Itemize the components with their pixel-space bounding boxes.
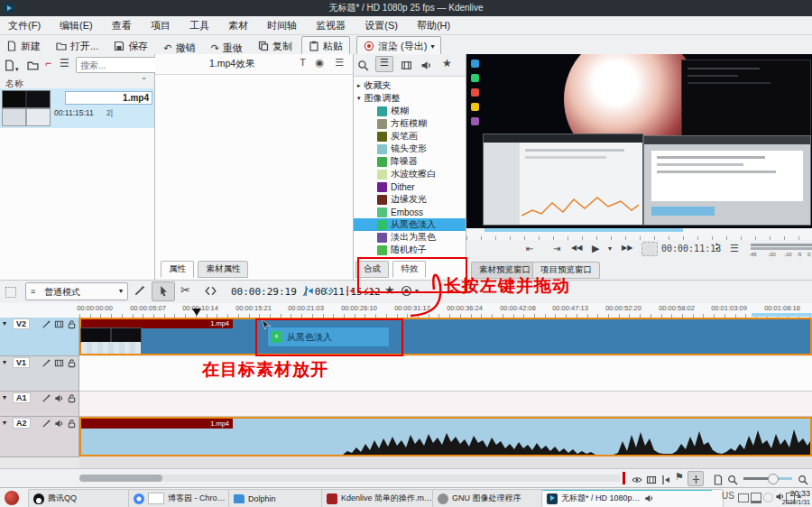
stack-menu-icon[interactable]: ☰ bbox=[335, 57, 344, 69]
menu-timeline[interactable]: 时间轴 bbox=[259, 16, 305, 35]
hide-track-icon[interactable] bbox=[54, 358, 64, 370]
menu-help[interactable]: 帮助(H) bbox=[409, 16, 458, 35]
timeline-hscrollbar[interactable] bbox=[79, 475, 621, 482]
play-icon[interactable]: ▶ bbox=[592, 243, 599, 254]
paste-button[interactable]: 粘贴 bbox=[301, 36, 350, 56]
clip-name-field[interactable]: 1.mp4 bbox=[65, 91, 152, 105]
lock-track-icon[interactable] bbox=[67, 393, 77, 405]
rewind-icon[interactable]: ◀◀ bbox=[571, 244, 582, 252]
audio-effects-icon[interactable] bbox=[420, 59, 432, 75]
lock-track-icon[interactable] bbox=[67, 419, 77, 430]
collapse-track-icon[interactable]: ▾ bbox=[3, 393, 6, 401]
menu-view[interactable]: 查看 bbox=[104, 16, 140, 35]
bin-column-header[interactable]: 名称 ⌃ bbox=[0, 76, 154, 89]
monitor-zone-bar[interactable] bbox=[484, 228, 683, 232]
effect-item[interactable]: Emboss bbox=[354, 206, 466, 218]
zone-mode-button[interactable] bbox=[641, 242, 658, 256]
render-button[interactable]: 渲染 (导出)▾ bbox=[356, 36, 441, 56]
effect-item-selected[interactable]: 从黑色淡入 bbox=[354, 218, 466, 231]
menu-monitor[interactable]: 监视器 bbox=[308, 16, 354, 35]
insert-zone-icon[interactable] bbox=[303, 285, 315, 299]
effect-item[interactable]: 随机粒子 bbox=[354, 244, 466, 256]
track-header-v1[interactable]: ▾ V1 bbox=[0, 356, 79, 392]
forward-icon[interactable]: ▶▶ bbox=[622, 244, 632, 252]
lock-track-icon[interactable] bbox=[67, 358, 77, 370]
razor-tool-icon[interactable]: ✂ bbox=[180, 283, 190, 297]
timeline-expand-icon[interactable] bbox=[5, 287, 16, 298]
tray-display-icon[interactable] bbox=[751, 493, 761, 503]
effect-item[interactable]: Dither bbox=[354, 180, 466, 193]
search-icon[interactable] bbox=[357, 59, 369, 75]
bin-clip-item[interactable]: 1.mp4 00:11:15:11 2| bbox=[0, 88, 154, 128]
effect-item[interactable]: 水波纹擦白 bbox=[354, 168, 466, 180]
timecode-spinner[interactable]: ▴▾ bbox=[715, 241, 718, 252]
open-button[interactable]: 打开... bbox=[50, 37, 105, 55]
mute-track-icon[interactable] bbox=[54, 419, 64, 430]
track-name[interactable]: V2 bbox=[13, 318, 30, 329]
taskbar-item-dolphin[interactable]: Dolphin bbox=[228, 489, 329, 507]
new-button[interactable]: 新建 bbox=[0, 37, 47, 55]
audio-clip-a2[interactable]: 1.mp4 bbox=[79, 417, 812, 456]
timeline-zone-bar[interactable] bbox=[752, 313, 812, 317]
track-effects-icon[interactable] bbox=[42, 393, 51, 405]
timeline-ruler[interactable]: 00:00:00:00 00:00:05:07 00:00:10:14 00:0… bbox=[0, 303, 812, 318]
goto-start-icon[interactable]: ⇤ bbox=[526, 244, 533, 254]
save-button[interactable]: 保存 bbox=[107, 37, 154, 55]
bin-menu-icon[interactable]: ☰ bbox=[60, 57, 69, 69]
video-effects-icon[interactable] bbox=[401, 59, 412, 75]
effect-item[interactable]: 边缘发光 bbox=[354, 193, 466, 206]
playhead-icon[interactable] bbox=[192, 309, 201, 316]
goto-end-icon[interactable]: ⇥ bbox=[553, 244, 560, 254]
tray-tablet-icon[interactable] bbox=[738, 493, 749, 502]
effects-category-favorites[interactable]: ▸ 收藏夹 bbox=[354, 79, 466, 92]
edit-mode-dropdown[interactable]: ≡ 普通模式 ▾ bbox=[25, 282, 128, 300]
track-header-a2[interactable]: ▾ A2 bbox=[0, 417, 79, 457]
menu-file[interactable]: 文件(F) bbox=[0, 16, 49, 35]
delete-marker-icon[interactable] bbox=[345, 285, 356, 299]
mute-track-icon[interactable] bbox=[54, 393, 64, 405]
lock-track-icon[interactable] bbox=[67, 319, 77, 331]
effect-item[interactable]: 方框模糊 bbox=[354, 117, 466, 130]
track-name[interactable]: A2 bbox=[13, 418, 31, 429]
collapse-track-icon[interactable]: ▾ bbox=[3, 319, 6, 327]
menu-settings[interactable]: 设置(S) bbox=[356, 16, 406, 35]
play-options-chevron-icon[interactable]: ▾ bbox=[608, 244, 612, 253]
track-lane-a1[interactable] bbox=[79, 392, 812, 417]
tab-properties[interactable]: 属性 bbox=[161, 261, 194, 278]
track-effects-icon[interactable] bbox=[42, 319, 51, 331]
hide-track-icon[interactable] bbox=[54, 319, 64, 331]
track-name[interactable]: A1 bbox=[13, 392, 31, 403]
monitor-timecode[interactable]: 00:00:11:13 bbox=[661, 244, 721, 254]
keyboard-layout-indicator[interactable]: US bbox=[722, 491, 734, 501]
taskbar-item-kdenlive-active[interactable]: 无标题* / HD 1080p… bbox=[541, 489, 724, 507]
taskbar-item-kdenlive-doc[interactable]: Kdenlive 简单的操作.md… bbox=[321, 489, 440, 507]
menu-project[interactable]: 项目 bbox=[143, 16, 179, 35]
show-markers-icon[interactable]: ⚑ bbox=[675, 471, 684, 483]
track-effects-icon[interactable] bbox=[42, 419, 51, 430]
clock[interactable]: 20:33 2020/1/31 bbox=[782, 490, 810, 506]
monitor-ruler[interactable] bbox=[466, 228, 812, 241]
zoom-slider-handle[interactable] bbox=[768, 474, 779, 484]
effect-item[interactable]: 淡出为黑色 bbox=[354, 231, 466, 244]
track-header-a1[interactable]: ▾ A1 bbox=[0, 392, 79, 417]
tab-clip-properties[interactable]: 素材属性 bbox=[198, 261, 248, 278]
taskbar-item-qq[interactable]: 腾讯QQ bbox=[28, 489, 136, 507]
menu-tools[interactable]: 工具 bbox=[181, 16, 217, 35]
effect-item[interactable]: 降噪器 bbox=[354, 155, 466, 168]
scrollbar-thumb[interactable] bbox=[79, 475, 162, 482]
enable-effects-icon[interactable]: ◉ bbox=[315, 57, 324, 69]
effects-category-adjust[interactable]: ▾ 图像调整 bbox=[354, 92, 466, 105]
search-input[interactable] bbox=[76, 57, 157, 73]
app-launcher-icon[interactable] bbox=[5, 491, 19, 505]
list-view-icon[interactable]: ☰ bbox=[375, 56, 393, 72]
track-header-v2[interactable]: ▾ V2 bbox=[0, 318, 79, 356]
track-name[interactable]: V1 bbox=[13, 357, 30, 368]
collapse-track-icon[interactable]: ▾ bbox=[3, 358, 6, 366]
add-clip-icon[interactable]: ▾ bbox=[4, 59, 19, 75]
taskbar-item-gimp[interactable]: GNU 图像处理程序 bbox=[432, 489, 549, 507]
tray-network-icon[interactable] bbox=[763, 493, 773, 502]
monitor-menu-icon[interactable]: ☰ bbox=[730, 243, 739, 254]
create-folder-icon[interactable] bbox=[27, 59, 39, 75]
effect-item[interactable]: 镜头变形 bbox=[354, 143, 466, 155]
selection-tool-button[interactable] bbox=[152, 281, 175, 301]
